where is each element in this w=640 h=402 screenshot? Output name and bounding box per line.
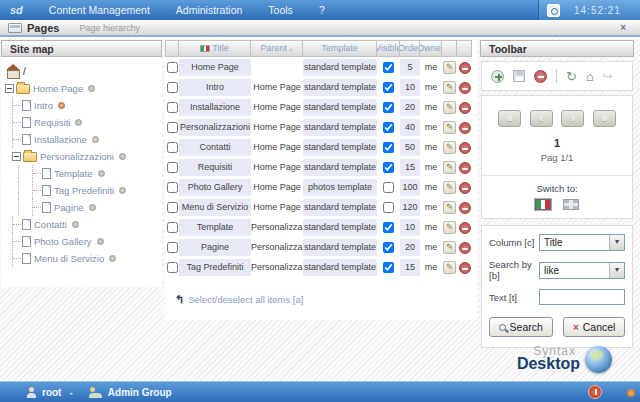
pagination-box: « ‹ › » 1 Pag 1/1 Switch to:: [481, 95, 633, 219]
tree-item-tag-predefiniti[interactable]: Tag Predefiniti: [5, 182, 160, 199]
logout-power-icon[interactable]: [588, 385, 602, 399]
row-select-checkbox[interactable]: [167, 242, 178, 253]
tree-item-home-page[interactable]: Home Page: [5, 80, 160, 97]
visible-checkbox[interactable]: [383, 162, 394, 173]
visible-checkbox[interactable]: [383, 202, 394, 213]
visible-checkbox[interactable]: [383, 262, 394, 273]
delete-icon[interactable]: [459, 122, 471, 134]
edit-icon[interactable]: ✎: [443, 101, 456, 114]
header-order[interactable]: Order: [400, 40, 420, 57]
row-select-checkbox[interactable]: [167, 82, 178, 93]
tab-pages[interactable]: Pages: [27, 22, 59, 34]
search-window-icon[interactable]: [547, 4, 560, 17]
italian-flag-icon[interactable]: [535, 199, 551, 210]
visible-checkbox[interactable]: [383, 242, 394, 253]
row-select-checkbox[interactable]: [167, 102, 178, 113]
refresh-icon[interactable]: ↻: [566, 70, 577, 83]
row-select-checkbox[interactable]: [167, 202, 178, 213]
current-page[interactable]: 1: [482, 137, 632, 149]
delete-selected-icon[interactable]: [534, 70, 547, 83]
header-title[interactable]: Title: [179, 40, 251, 57]
visible-checkbox[interactable]: [383, 102, 394, 113]
tree-item-pagine[interactable]: Pagine: [5, 199, 160, 216]
delete-icon[interactable]: [459, 262, 471, 274]
menu-help[interactable]: ?: [319, 4, 325, 16]
pagination-nav: « ‹ › » 1 Pag 1/1: [482, 96, 632, 175]
tree-item-menu-di-servizio[interactable]: Menu di Servizio: [5, 250, 160, 267]
english-flag-icon[interactable]: [563, 199, 579, 210]
visible-checkbox[interactable]: [383, 182, 394, 193]
first-page-button[interactable]: «: [498, 110, 521, 127]
searchby-select[interactable]: like: [539, 262, 625, 279]
delete-icon[interactable]: [459, 242, 471, 254]
column-select[interactable]: Title: [539, 234, 625, 251]
delete-icon[interactable]: [459, 222, 471, 234]
cell-order: 40: [400, 119, 420, 136]
visible-checkbox[interactable]: [383, 222, 394, 233]
row-select-checkbox[interactable]: [167, 222, 178, 233]
edit-icon[interactable]: ✎: [443, 121, 456, 134]
cell-owner: me: [420, 199, 442, 216]
row-select-checkbox[interactable]: [167, 162, 178, 173]
delete-icon[interactable]: [459, 202, 471, 214]
cell-order: 20: [400, 239, 420, 256]
row-select-checkbox[interactable]: [167, 182, 178, 193]
menu-administration[interactable]: Administration: [176, 4, 243, 16]
cell-owner: me: [420, 159, 442, 176]
delete-icon[interactable]: [459, 182, 471, 194]
delete-icon[interactable]: [459, 162, 471, 174]
header-template[interactable]: Template: [303, 40, 377, 57]
header-visible[interactable]: Visible: [377, 40, 400, 57]
edit-icon[interactable]: ✎: [443, 61, 456, 74]
tree-item-contatti[interactable]: Contatti: [5, 216, 160, 233]
cell-order: 120: [400, 199, 420, 216]
tree-item-personalizzazioni[interactable]: Personalizzazioni: [5, 148, 160, 165]
row-select-checkbox[interactable]: [167, 142, 178, 153]
edit-icon[interactable]: ✎: [443, 221, 456, 234]
collapse-icon[interactable]: [5, 84, 14, 93]
row-select-checkbox[interactable]: [167, 122, 178, 133]
select-all-link[interactable]: ↰ Select/deselect all items [a]: [175, 293, 477, 306]
delete-icon[interactable]: [459, 102, 471, 114]
delete-icon[interactable]: [459, 82, 471, 94]
visible-checkbox[interactable]: [383, 122, 394, 133]
tree-item-installazione[interactable]: Installazione: [5, 131, 160, 148]
header-parent[interactable]: Parent▵: [251, 40, 303, 57]
status-dot: [119, 187, 126, 194]
delete-icon[interactable]: [459, 62, 471, 74]
edit-icon[interactable]: ✎: [443, 81, 456, 94]
edit-icon[interactable]: ✎: [443, 181, 456, 194]
tree-item-template[interactable]: Template: [5, 165, 160, 182]
close-icon[interactable]: ×: [618, 22, 628, 33]
edit-icon[interactable]: ✎: [443, 161, 456, 174]
prev-page-button[interactable]: ‹: [530, 110, 553, 127]
search-button[interactable]: Search: [489, 317, 553, 337]
home-icon[interactable]: ⌂: [586, 70, 594, 83]
collapse-icon[interactable]: [12, 152, 21, 161]
row-select-checkbox[interactable]: [167, 62, 178, 73]
row-select-checkbox[interactable]: [167, 262, 178, 273]
menu-tools[interactable]: Tools: [268, 4, 293, 16]
next-page-button[interactable]: ›: [561, 110, 584, 127]
divider: [556, 69, 557, 83]
visible-checkbox[interactable]: [383, 62, 394, 73]
menu-content-management[interactable]: Content Management: [49, 4, 150, 16]
search-text-input[interactable]: [539, 289, 625, 305]
visible-checkbox[interactable]: [383, 142, 394, 153]
edit-icon[interactable]: ✎: [443, 261, 456, 274]
tree-item-requisiti[interactable]: Requisiti: [5, 114, 160, 131]
cell-title: Requisiti: [179, 159, 251, 176]
tree-item-photo-gallery[interactable]: Photo Gallery: [5, 233, 160, 250]
cancel-button[interactable]: × Cancel: [563, 317, 626, 337]
edit-icon[interactable]: ✎: [443, 141, 456, 154]
tree-root[interactable]: /: [5, 63, 160, 80]
edit-icon[interactable]: ✎: [443, 201, 456, 214]
delete-icon[interactable]: [459, 142, 471, 154]
header-owner[interactable]: Owner: [420, 40, 442, 57]
edit-icon[interactable]: ✎: [443, 241, 456, 254]
home-icon: [7, 66, 20, 77]
visible-checkbox[interactable]: [383, 82, 394, 93]
new-page-icon[interactable]: [491, 70, 504, 83]
tree-item-intro[interactable]: Intro: [5, 97, 160, 114]
last-page-button[interactable]: »: [593, 110, 616, 127]
